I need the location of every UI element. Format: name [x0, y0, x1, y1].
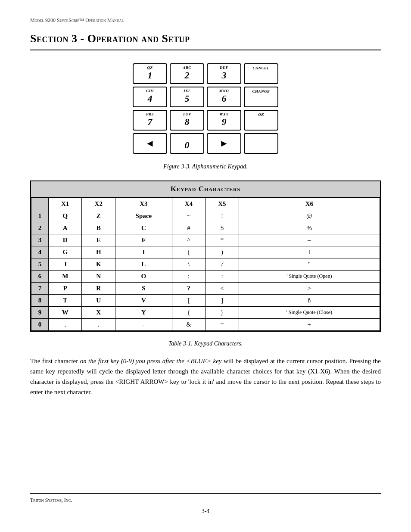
key-3[interactable]: DEF 3 — [207, 63, 241, 84]
row-label: 2 — [31, 222, 49, 234]
key-4[interactable]: GHI 4 — [133, 87, 167, 107]
cell: I — [115, 246, 172, 258]
col-header-x2: X2 — [82, 198, 115, 210]
key-1[interactable]: QZ 1 — [133, 63, 167, 84]
col-header-x1: X1 — [49, 198, 82, 210]
cell: S — [115, 283, 172, 295]
cell: ( — [172, 246, 205, 258]
cell: + — [239, 319, 380, 331]
table-row: 5 J K L \ / " — [31, 258, 380, 271]
page-number: 3-4 — [30, 508, 381, 515]
cell: ? — [172, 283, 205, 295]
key-right-arrow-symbol: ► — [219, 138, 229, 149]
table-row: 0 , . - & = + — [31, 319, 380, 331]
cell: Q — [49, 210, 82, 222]
cell: { — [172, 307, 205, 319]
cell: K — [82, 258, 115, 271]
key-change[interactable]: CHANGE — [244, 87, 278, 107]
cell: P — [49, 283, 82, 295]
cell: : — [206, 271, 239, 283]
key-3-label: DEF — [220, 65, 228, 70]
cell: # — [172, 222, 205, 234]
key-0[interactable]: 0 — [170, 133, 204, 154]
cell: L — [115, 258, 172, 271]
col-header-row — [31, 198, 49, 210]
cell: W — [49, 307, 82, 319]
table-row: 9 W X Y { } ' Single Quote (Close) — [31, 307, 380, 319]
key-blank[interactable] — [244, 133, 278, 154]
row-label: 0 — [31, 319, 49, 331]
keypad-figure: QZ 1 ABC 2 DEF 3 CANCEL GHI 4 JKL 5 — [30, 63, 381, 154]
key-6[interactable]: MNO 6 — [207, 87, 241, 107]
cell: B — [82, 222, 115, 234]
cell: X — [82, 307, 115, 319]
page-header: Model 9200 SuperScrip™ Operation Manual — [30, 17, 381, 24]
key-5[interactable]: JKL 5 — [170, 87, 204, 107]
cell: V — [115, 295, 172, 307]
cell: ' Single Quote (Open) — [239, 271, 380, 283]
cell: ' Single Quote (Close) — [239, 307, 380, 319]
table-title: Keypad Characters — [31, 181, 380, 198]
row-label: 8 — [31, 295, 49, 307]
cell: N — [82, 271, 115, 283]
key-cancel[interactable]: CANCEL — [244, 63, 278, 84]
table-row: 4 G H I ( ) l — [31, 246, 380, 258]
cell: @ — [239, 210, 380, 222]
cell: " — [239, 258, 380, 271]
cell: ~ — [172, 210, 205, 222]
keypad-characters-table: X1 X2 X3 X4 X5 X6 1 Q Z Space ~ ! @ — [31, 198, 380, 331]
key-left-arrow[interactable]: ◄ — [133, 133, 167, 154]
cell: E — [82, 234, 115, 246]
cell: - — [115, 319, 172, 331]
cell: ; — [172, 271, 205, 283]
key-6-number: 6 — [222, 93, 227, 104]
cell: Space — [115, 210, 172, 222]
cell: / — [206, 258, 239, 271]
table-row: 1 Q Z Space ~ ! @ — [31, 210, 380, 222]
col-header-x4: X4 — [172, 198, 205, 210]
cell: [ — [172, 295, 205, 307]
cell: G — [49, 246, 82, 258]
cell: * — [206, 234, 239, 246]
keypad-grid: QZ 1 ABC 2 DEF 3 CANCEL GHI 4 JKL 5 — [133, 63, 278, 154]
row-label: 1 — [31, 210, 49, 222]
key-5-number: 5 — [185, 93, 190, 104]
cell: C — [115, 222, 172, 234]
row-label: 4 — [31, 246, 49, 258]
table-row: 2 A B C # $ % — [31, 222, 380, 234]
key-2[interactable]: ABC 2 — [170, 63, 204, 84]
key-change-label: CHANGE — [252, 89, 270, 93]
key-right-arrow[interactable]: ► — [207, 133, 241, 154]
key-ok[interactable]: OK — [244, 110, 278, 131]
key-7-number: 7 — [148, 116, 153, 128]
table-row: 8 T U V [ ] ñ — [31, 295, 380, 307]
cell: > — [239, 283, 380, 295]
key-left-arrow-symbol: ◄ — [145, 138, 155, 149]
footer-company: Triton Systems, Inc. — [30, 497, 381, 504]
key-9-number: 9 — [222, 116, 227, 128]
cell: ! — [206, 210, 239, 222]
row-label: 5 — [31, 258, 49, 271]
key-4-label: GHI — [146, 89, 154, 93]
key-9[interactable]: WXY 9 — [207, 110, 241, 131]
cell: Z — [82, 210, 115, 222]
cell: % — [239, 222, 380, 234]
key-5-label: JKL — [183, 89, 191, 93]
table-caption: Table 3-1. Keypad Characters. — [30, 340, 381, 347]
col-header-x3: X3 — [115, 198, 172, 210]
key-8-number: 8 — [185, 116, 190, 128]
table-row: 6 M N O ; : ' Single Quote (Open) — [31, 271, 380, 283]
cell: Y — [115, 307, 172, 319]
figure-caption: Figure 3-3. Alphanumeric Keypad. — [30, 163, 381, 170]
cell: F — [115, 234, 172, 246]
footer-divider — [30, 493, 381, 494]
key-7[interactable]: PRS 7 — [133, 110, 167, 131]
cell: < — [206, 283, 239, 295]
cell: l — [239, 246, 380, 258]
key-0-number: 0 — [185, 140, 190, 151]
key-6-label: MNO — [219, 89, 229, 93]
cell: – — [239, 234, 380, 246]
key-8[interactable]: TUV 8 — [170, 110, 204, 131]
cell: $ — [206, 222, 239, 234]
row-label: 6 — [31, 271, 49, 283]
